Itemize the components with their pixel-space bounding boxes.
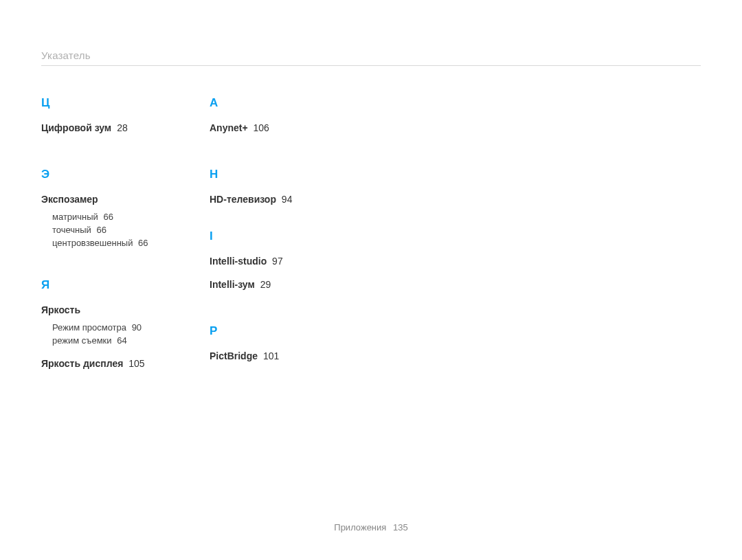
- page-footer: Приложения 135: [0, 522, 742, 533]
- index-entry: Яркость: [41, 304, 196, 315]
- spacer: [41, 140, 196, 168]
- index-term: Экспозамер: [41, 194, 98, 205]
- index-page: Указатель Ц Цифровой зум 28 Э Экспозамер…: [0, 0, 742, 560]
- index-letter: Ц: [41, 96, 196, 110]
- index-page-ref: 66: [97, 225, 106, 235]
- index-term: HD-телевизор: [210, 194, 276, 205]
- index-entry: HD-телевизор 94: [210, 194, 364, 205]
- index-term: Anynet+: [210, 122, 248, 133]
- spacer: [210, 297, 364, 324]
- index-letter: I: [210, 229, 364, 243]
- spacer: [210, 140, 364, 168]
- index-page-ref: 106: [254, 122, 269, 133]
- footer-section: Приложения: [334, 522, 386, 533]
- spacer: [210, 212, 364, 229]
- index-entry: Anynet+ 106: [210, 122, 364, 133]
- index-term: PictBridge: [210, 350, 258, 361]
- index-subterm: точечный: [52, 225, 91, 235]
- footer-page-number: 135: [393, 522, 408, 533]
- index-entry: Экспозамер: [41, 194, 196, 205]
- index-column-2: A Anynet+ 106 H HD-телевизор 94 I Intell…: [210, 96, 378, 376]
- index-term: Intelli-studio: [210, 256, 267, 267]
- index-page-ref: 66: [138, 238, 148, 248]
- index-page-ref: 29: [260, 279, 271, 290]
- index-page-ref: 66: [104, 212, 113, 222]
- index-subterm: Режим просмотра: [52, 322, 126, 333]
- index-subentry: режим съемки 64: [52, 335, 196, 346]
- index-letter: Э: [41, 168, 196, 181]
- index-term: Яркость дисплея: [41, 358, 123, 369]
- index-subterm: матричный: [52, 212, 98, 222]
- index-page-ref: 28: [117, 122, 128, 133]
- index-page-ref: 105: [128, 358, 144, 369]
- index-term: Цифровой зум: [41, 122, 111, 133]
- spacer: [41, 348, 196, 358]
- index-subterm: режим съемки: [52, 335, 112, 346]
- index-subentry: центровзвешенный 66: [52, 238, 196, 248]
- index-entry: Intelli-studio 97: [210, 256, 364, 267]
- spacer: [210, 273, 364, 279]
- index-column-1: Ц Цифровой зум 28 Э Экспозамер матричный…: [41, 96, 210, 376]
- index-term: Intelli-зум: [210, 279, 255, 290]
- index-page-ref: 90: [132, 322, 142, 333]
- index-subentry: Режим просмотра 90: [52, 322, 196, 333]
- index-term: Яркость: [41, 304, 80, 315]
- index-page-ref: 94: [282, 194, 293, 205]
- index-entry: Intelli-зум 29: [210, 279, 364, 290]
- index-letter: A: [210, 96, 364, 110]
- index-page-ref: 101: [263, 350, 279, 361]
- index-page-ref: 97: [272, 256, 283, 267]
- page-title: Указатель: [41, 49, 701, 66]
- index-columns: Ц Цифровой зум 28 Э Экспозамер матричный…: [41, 96, 701, 376]
- spacer: [41, 251, 196, 278]
- index-entry: Цифровой зум 28: [41, 122, 196, 133]
- index-subentry: точечный 66: [52, 225, 196, 235]
- index-subentry: матричный 66: [52, 212, 196, 222]
- index-entry: PictBridge 101: [210, 350, 364, 361]
- index-letter: H: [210, 168, 364, 181]
- index-page-ref: 64: [117, 335, 126, 346]
- index-letter: P: [210, 324, 364, 338]
- index-letter: Я: [41, 278, 196, 292]
- index-entry: Яркость дисплея 105: [41, 358, 196, 369]
- index-subterm: центровзвешенный: [52, 238, 133, 248]
